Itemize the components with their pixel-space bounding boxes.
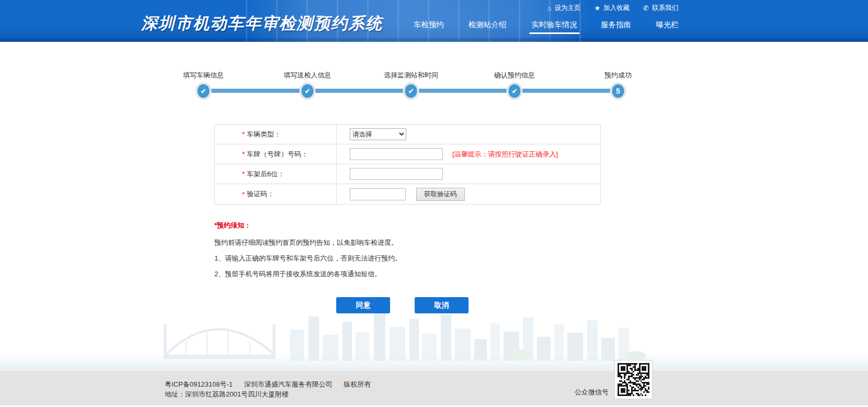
step-label-1: 填写车辆信息 [183,71,224,80]
step-check-icon-3: ✔ [405,84,417,98]
form-row-vin-last6: * 车架后6位： [215,164,600,184]
nav-item-realtime-status[interactable]: 实时验车情况 [532,20,577,34]
step-check-icon-2: ✔ [302,84,314,98]
vehicle-type-label: * 车辆类型： [215,125,337,144]
vehicle-form: * 车辆类型： 请选择 * 车牌（号牌）号码： [温馨提示：请按照行驶证正确录入… [214,124,601,205]
qr-code-image [618,363,649,396]
notice-line-3: 2、预留手机号码将用于接收系统发送的各项通知短信。 [214,270,402,277]
step-check-icon-4: ✔ [509,84,521,98]
step-number-5: 5 [612,84,624,98]
plate-number-label-text: 车牌（号牌）号码： [247,150,308,159]
form-row-vehicle-type: * 车辆类型： 请选择 [215,125,600,144]
agree-button[interactable]: 同意 [336,297,390,313]
nav-item-vehicle-booking[interactable]: 车检预约 [414,20,444,34]
nav-item-exposure[interactable]: 曝光栏 [656,20,679,34]
captcha-label-text: 验证码： [247,189,274,199]
cancel-button[interactable]: 取消 [415,297,469,313]
notice-line-1: 预约前请仔细阅读预约首页的预约告知，以免影响车检进度。 [214,239,402,246]
captcha-label: * 验证码： [215,184,337,204]
step-label-4: 确认预约信息 [494,71,535,80]
footer-line-1: 粤ICP备09123108号-1 深圳市通盛汽车服务有限公司 版权所有 [165,379,380,389]
step-label-2: 填写送检人信息 [284,71,332,80]
plate-number-hint: [温馨提示：请按照行驶证正确录入] [452,150,558,159]
notice-line-2: 1、请输入正确的车牌号和车架号后六位，否则无法进行预约。 [214,255,402,262]
form-row-plate-number: * 车牌（号牌）号码： [温馨提示：请按照行驶证正确录入] [215,144,600,164]
city-skyline-watermark [154,293,659,371]
plate-number-label: * 车牌（号牌）号码： [215,144,337,164]
captcha-cell: 获取验证码 [337,184,600,204]
vehicle-type-cell: 请选择 [337,125,600,144]
vin-last6-label: * 车架后6位： [215,164,337,184]
vehicle-type-select[interactable]: 请选择 [350,128,406,140]
notice-title: *预约须知： [214,221,402,230]
step-check-icon-1: ✔ [198,84,210,98]
page: ⌂ 设为主页 ★ 加入收藏 ✆ 联系我们 深圳市机动车年审检测预约系统 车检预约… [0,0,868,407]
header: ⌂ 设为主页 ★ 加入收藏 ✆ 联系我们 深圳市机动车年审检测预约系统 车检预约… [0,0,868,42]
qr-code [615,360,652,399]
captcha-input[interactable] [350,188,406,200]
footer-fade [0,354,868,371]
wechat-account-label: 公众微信号 [575,388,609,397]
required-asterisk: * [242,130,245,138]
plate-number-input[interactable] [350,148,443,160]
plate-number-cell: [温馨提示：请按照行驶证正确录入] [337,144,600,164]
footer-address: 地址：深圳市红荔路2001号四川大厦附楼 [165,389,380,399]
vin-last6-cell [337,164,600,184]
vin-last6-input[interactable] [350,168,443,180]
required-asterisk: * [242,170,245,178]
step-label-3: 选择监测站和时间 [384,71,438,80]
footer-icp: 粤ICP备09123108号-1 [165,380,233,388]
main-nav: 车检预约 检测站介绍 实时验车情况 服务指南 曝光栏 [0,0,868,42]
get-captcha-button[interactable]: 获取验证码 [416,188,465,201]
footer-company: 深圳市通盛汽车服务有限公司 [244,380,333,388]
vin-last6-label-text: 车架后6位： [247,169,284,179]
vehicle-type-label-text: 车辆类型： [247,130,281,139]
required-asterisk: * [242,190,245,198]
footer: 粤ICP备09123108号-1 深圳市通盛汽车服务有限公司 版权所有 地址：深… [0,371,868,405]
footer-text: 粤ICP备09123108号-1 深圳市通盛汽车服务有限公司 版权所有 地址：深… [165,379,380,399]
nav-item-service-guide[interactable]: 服务指南 [601,20,631,34]
nav-item-station-intro[interactable]: 检测站介绍 [469,20,507,34]
booking-notice: *预约须知： 预约前请仔细阅读预约首页的预约告知，以免影响车检进度。 1、请输入… [214,221,402,286]
form-row-captcha: * 验证码： 获取验证码 [215,184,600,204]
footer-copyright: 版权所有 [344,380,371,388]
required-asterisk: * [242,150,245,158]
step-label-5: 预约成功 [604,71,632,80]
